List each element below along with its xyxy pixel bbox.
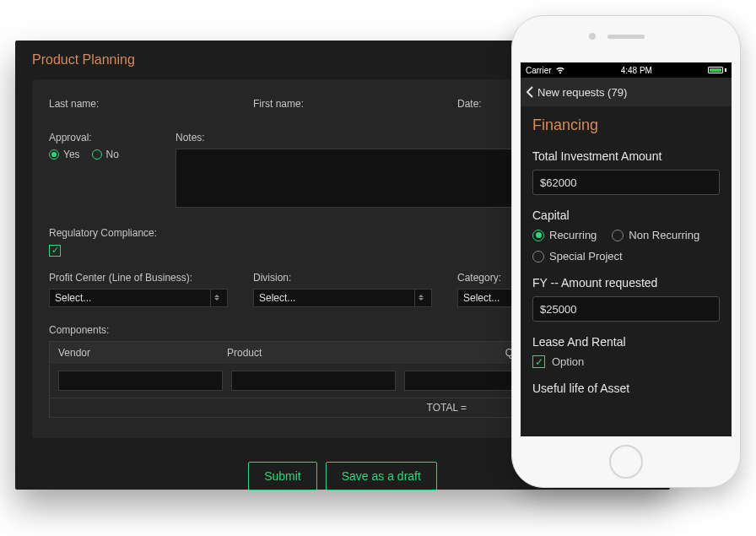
approval-radio-row: Yes No: [49, 149, 150, 160]
radio-icon: [532, 251, 544, 263]
approval-no-radio[interactable]: No: [92, 149, 119, 160]
first-name-label: First name:: [253, 98, 432, 110]
lease-option-label: Option: [552, 355, 584, 368]
fy-amount-input[interactable]: [532, 296, 720, 322]
financing-screen: Financing Total Investment Amount Capita…: [521, 106, 732, 412]
capital-recurring-label: Recurring: [549, 229, 597, 241]
approval-yes-label: Yes: [63, 149, 80, 160]
approval-group: Approval: Yes No: [49, 132, 150, 210]
home-button[interactable]: [609, 445, 643, 479]
lease-rental-label: Lease And Rental: [532, 335, 720, 349]
save-draft-button[interactable]: Save as a draft: [326, 462, 437, 490]
radio-icon: [612, 230, 624, 241]
screen-title: Financing: [532, 116, 720, 134]
division-label: Division:: [253, 272, 432, 284]
approval-yes-radio[interactable]: Yes: [49, 149, 80, 160]
first-name-field: First name:: [253, 98, 432, 115]
battery-icon: [708, 67, 726, 73]
phone-screen: Carrier 4:48 PM New requests (79) Financ…: [521, 62, 732, 436]
th-vendor: Vendor: [58, 347, 227, 359]
last-name-field: Last name:: [49, 98, 228, 115]
lease-option-row[interactable]: Option: [532, 355, 720, 368]
capital-nonrecurring-radio[interactable]: Non Recurring: [612, 229, 699, 241]
th-product: Product: [227, 347, 421, 359]
capital-nonrecurring-label: Non Recurring: [629, 229, 699, 241]
wifi-icon: [555, 67, 565, 74]
useful-life-label: Useful life of Asset: [532, 382, 720, 395]
total-investment-input[interactable]: [532, 170, 720, 195]
phone-device: Carrier 4:48 PM New requests (79) Financ…: [511, 15, 741, 488]
status-bar: Carrier 4:48 PM: [521, 62, 732, 78]
profit-center-label: Profit Center (Line of Business):: [49, 272, 228, 284]
division-select[interactable]: Select...: [253, 289, 432, 307]
profit-center-select[interactable]: Select...: [49, 289, 228, 307]
total-label: TOTAL =: [427, 402, 467, 414]
lease-option-checkbox[interactable]: [532, 355, 545, 368]
earpiece-icon: [608, 35, 645, 39]
radio-icon: [532, 230, 544, 241]
nav-title: New requests (79): [537, 86, 627, 99]
fy-amount-label: FY -- Amount requested: [532, 276, 720, 290]
select-value: Select...: [259, 292, 295, 304]
product-input[interactable]: [231, 371, 396, 391]
radio-icon: [92, 149, 102, 160]
approval-no-label: No: [106, 149, 119, 160]
division-group: Division: Select...: [253, 272, 432, 307]
regulatory-checkbox[interactable]: [49, 245, 61, 257]
approval-label: Approval:: [49, 132, 150, 143]
nav-bar[interactable]: New requests (79): [521, 78, 732, 106]
capital-radio-group: Recurring Non Recurring Special Project: [532, 229, 720, 263]
profit-center-group: Profit Center (Line of Business): Select…: [49, 272, 228, 307]
capital-special-label: Special Project: [549, 250, 623, 263]
chevron-updown-icon: [414, 290, 426, 306]
select-value: Select...: [55, 292, 91, 304]
chevron-updown-icon: [210, 290, 222, 306]
camera-icon: [589, 33, 596, 40]
capital-special-radio[interactable]: Special Project: [532, 250, 623, 263]
vendor-input[interactable]: [58, 371, 223, 391]
select-value: Select...: [463, 292, 500, 304]
status-time: 4:48 PM: [621, 66, 652, 75]
submit-button[interactable]: Submit: [248, 462, 317, 490]
carrier-label: Carrier: [526, 66, 552, 75]
chevron-left-icon: [526, 86, 534, 98]
capital-label: Capital: [532, 208, 720, 222]
total-investment-label: Total Investment Amount: [532, 149, 720, 163]
last-name-label: Last name:: [49, 98, 228, 110]
radio-icon: [49, 149, 59, 160]
capital-recurring-radio[interactable]: Recurring: [532, 229, 597, 241]
